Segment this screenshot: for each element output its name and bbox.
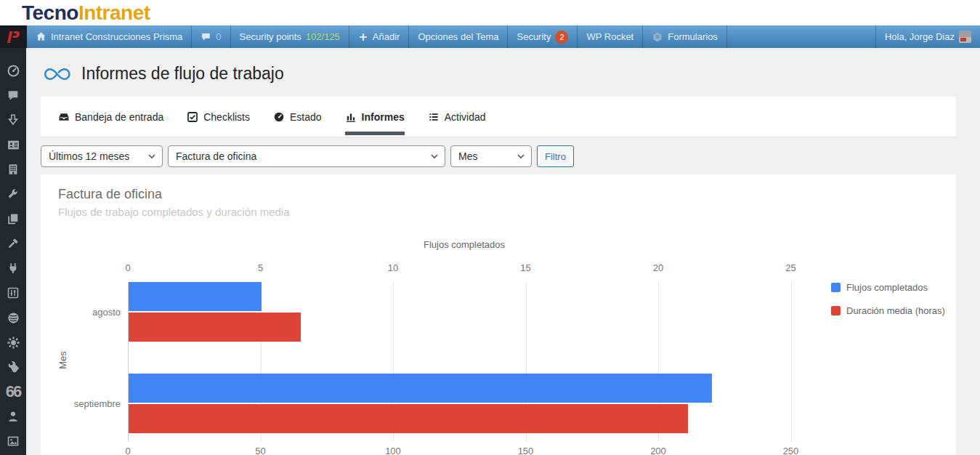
- tab-label: Checklists: [203, 111, 250, 123]
- admin-bar-comments[interactable]: 0: [192, 25, 230, 48]
- admin-bar-site-link[interactable]: Intranet Construcciones Prisma: [27, 25, 192, 48]
- grouping-select-value: Mes: [458, 150, 477, 162]
- sidebar-item-plugins[interactable]: [0, 256, 26, 281]
- user-icon: [7, 410, 20, 423]
- bottom-axis-tick: 200: [644, 446, 673, 455]
- building-icon: [7, 163, 20, 176]
- top-axis-tick: 0: [113, 262, 142, 273]
- gridline: [791, 282, 792, 441]
- sidebar-item-speed[interactable]: [0, 305, 26, 330]
- security-badge: 2: [555, 31, 568, 44]
- forms-label: Formularios: [668, 31, 718, 42]
- plug-icon: [7, 262, 20, 275]
- sidebar-item-tools-wrench[interactable]: [0, 182, 26, 206]
- admin-bar-security[interactable]: Security 2: [508, 25, 578, 48]
- security-points-label: Security points: [240, 31, 301, 42]
- sidebar-item-downloads[interactable]: [0, 108, 26, 132]
- bar-chart-icon: [345, 111, 357, 123]
- sidebar-item-media[interactable]: [0, 429, 26, 454]
- sidebar-item-pages[interactable]: [0, 206, 26, 231]
- admin-bar: Intranet Construcciones Prisma 0 Securit…: [0, 25, 980, 48]
- tab-bandeja-de-entrada[interactable]: Bandeja de entrada: [58, 97, 163, 137]
- admin-bar-user-menu[interactable]: Hola, Jorge Diaz: [875, 25, 980, 48]
- top-axis-tick: 25: [777, 262, 806, 273]
- plus-icon: [358, 32, 368, 42]
- legend-label: Duración media (horas): [846, 305, 945, 316]
- admin-sidebar: 66: [0, 48, 26, 455]
- checkbox-icon: [187, 111, 198, 123]
- top-axis-title: Flujos completados: [128, 239, 801, 250]
- dashboard-icon: [7, 64, 20, 78]
- sidebar-item-company[interactable]: [0, 157, 26, 182]
- tab-estado[interactable]: Estado: [273, 97, 322, 137]
- company-logo-button[interactable]: [0, 25, 27, 48]
- admin-bar-wp-rocket[interactable]: WP Rocket: [578, 25, 643, 48]
- top-axis-tick: 15: [511, 262, 540, 273]
- chart-title: Factura de oficina: [58, 187, 162, 202]
- download-arrow-icon: [7, 113, 20, 126]
- y-axis-title: Mes: [57, 346, 68, 375]
- top-axis-tick: 5: [246, 262, 275, 273]
- chevron-down-icon: [430, 152, 439, 161]
- bottom-axis-tick: 100: [378, 446, 408, 455]
- sidebar-item-testimonials[interactable]: 66: [0, 379, 26, 404]
- grouping-select[interactable]: Mes: [450, 145, 532, 167]
- chevron-down-icon: [147, 152, 156, 161]
- tab-checklists[interactable]: Checklists: [187, 97, 250, 137]
- sidebar-item-preferences[interactable]: [0, 281, 26, 305]
- period-select-value: Últimos 12 meses: [49, 150, 129, 162]
- admin-bar-security-points[interactable]: Security points 102/125: [231, 25, 349, 48]
- tabs-bar: Bandeja de entrada Checklists Estado Inf…: [41, 97, 956, 137]
- legend-entry: Duración media (horas): [831, 305, 945, 316]
- bottom-axis-tick: 0: [113, 446, 142, 455]
- spanner-icon: [7, 361, 20, 374]
- tab-label: Informes: [362, 111, 405, 123]
- documents-icon: [7, 212, 20, 225]
- sidebar-item-maintenance[interactable]: [0, 355, 26, 379]
- comments-icon: [7, 89, 20, 102]
- admin-bar-add-new[interactable]: Añadir: [349, 25, 410, 48]
- admin-bar-forms[interactable]: Formularios: [643, 25, 727, 48]
- bottom-axis-tick: 250: [777, 446, 806, 455]
- filter-button[interactable]: Filtro: [537, 145, 574, 167]
- sidebar-item-settings[interactable]: [0, 330, 26, 355]
- sidebar-item-profile[interactable]: [0, 404, 26, 429]
- bar-agosto-duracion[interactable]: [129, 313, 301, 342]
- tab-actividad[interactable]: Actividad: [428, 97, 486, 137]
- tab-label: Bandeja de entrada: [75, 111, 163, 123]
- brand-strip: TecnoIntranet: [0, 0, 980, 25]
- workflow-select-value: Factura de oficina: [176, 150, 256, 162]
- period-select[interactable]: Últimos 12 meses: [41, 145, 163, 167]
- forms-icon: [652, 31, 663, 43]
- legend-label: Flujos completados: [846, 282, 928, 293]
- sliders-icon: [7, 286, 20, 299]
- legend-swatch: [831, 283, 841, 292]
- workflow-select[interactable]: Factura de oficina: [168, 145, 445, 167]
- category-label: agosto: [41, 307, 121, 318]
- page-header: Informes de flujo de trabajo: [26, 48, 980, 97]
- chart-subtitle: Flujos de trabajo completados y duración…: [58, 206, 290, 218]
- workflow-infinity-icon: [44, 65, 71, 84]
- site-name: Intranet Construcciones Prisma: [51, 31, 182, 42]
- chart-card: Factura de oficina Flujos de trabajo com…: [41, 174, 956, 455]
- tab-informes[interactable]: Informes: [345, 97, 405, 137]
- legend-swatch: [831, 306, 841, 315]
- logo-text-primary: Tecno: [22, 1, 78, 24]
- sidebar-item-contacts[interactable]: [0, 132, 26, 157]
- sidebar-item-comments[interactable]: [0, 83, 26, 108]
- quotes-icon: 66: [6, 388, 20, 395]
- admin-bar-theme-options[interactable]: Opciones del Tema: [409, 25, 508, 48]
- theme-options-label: Opciones del Tema: [418, 31, 498, 42]
- bar-septiembre-duracion[interactable]: [129, 404, 688, 433]
- page-title: Informes de flujo de trabajo: [81, 64, 284, 84]
- sidebar-item-dashboard[interactable]: [0, 58, 26, 83]
- bar-septiembre-flujos[interactable]: [129, 374, 712, 403]
- user-greeting: Hola, Jorge Diaz: [885, 31, 955, 42]
- wrench-icon: [7, 188, 20, 201]
- bar-agosto-flujos[interactable]: [129, 282, 262, 311]
- gear-icon: [7, 336, 20, 350]
- sidebar-item-appearance[interactable]: [0, 231, 26, 256]
- comments-count: 0: [216, 31, 221, 42]
- top-axis-tick: 20: [644, 262, 673, 273]
- logo-text-secondary: Intranet: [78, 1, 150, 24]
